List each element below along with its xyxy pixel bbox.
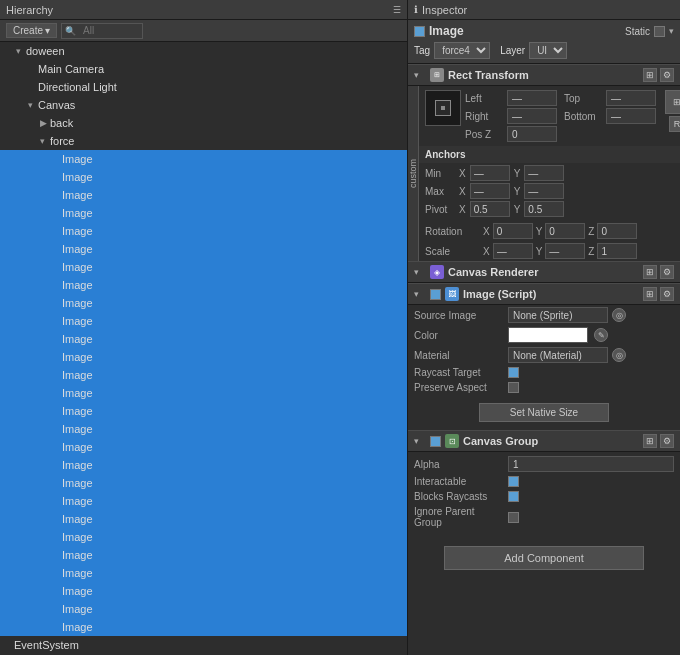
scale-row: Scale X Y Z	[419, 241, 680, 261]
list-item[interactable]: Image	[0, 582, 407, 600]
canvas-group-header[interactable]: ▾ ⊡ Canvas Group ⊞ ⚙	[408, 430, 680, 452]
preserve-aspect-checkbox[interactable]	[508, 382, 519, 393]
ignore-parent-group-row: Ignore Parent Group	[408, 504, 680, 530]
list-item[interactable]: Image	[0, 276, 407, 294]
list-item[interactable]: Image	[0, 456, 407, 474]
image-script-menu-icon[interactable]: ⊞	[643, 287, 657, 301]
expand-arrow: ▾	[28, 100, 38, 110]
min-x-input[interactable]	[470, 165, 510, 181]
list-item[interactable]: Image	[0, 258, 407, 276]
pivot-y-input[interactable]	[524, 201, 564, 217]
list-item[interactable]: Image	[0, 510, 407, 528]
component-enabled-checkbox[interactable]	[414, 26, 425, 37]
left-input[interactable]	[507, 90, 557, 106]
pivot-x-input[interactable]	[470, 201, 510, 217]
add-component-button[interactable]: Add Component	[444, 546, 644, 570]
image-script-enabled[interactable]	[430, 289, 441, 300]
scale-y-input[interactable]	[545, 243, 585, 259]
rotation-z-input[interactable]	[597, 223, 637, 239]
color-select-btn[interactable]: ✎	[594, 328, 608, 342]
right-input[interactable]	[507, 108, 557, 124]
tree-item-event-system[interactable]: EventSystem	[0, 636, 407, 654]
list-item[interactable]: Image	[0, 600, 407, 618]
pos-z-input[interactable]	[507, 126, 557, 142]
top-input[interactable]	[606, 90, 656, 106]
image-script-header[interactable]: ▾ 🖼 Image (Script) ⊞ ⚙	[408, 283, 680, 305]
image-script-gear-icon[interactable]: ⚙	[660, 287, 674, 301]
list-item[interactable]: Image	[0, 402, 407, 420]
material-select-btn[interactable]: ◎	[612, 348, 626, 362]
static-dropdown-arrow[interactable]: ▾	[669, 26, 674, 36]
list-item[interactable]: Image	[0, 294, 407, 312]
list-item[interactable]: Image	[0, 330, 407, 348]
rect-transform-menu-icon[interactable]: ⊞	[643, 68, 657, 82]
min-y-input[interactable]	[524, 165, 564, 181]
search-input[interactable]	[79, 23, 139, 39]
max-y-input[interactable]	[524, 183, 564, 199]
canvas-renderer-gear-icon[interactable]: ⚙	[660, 265, 674, 279]
blocks-raycasts-checkbox[interactable]	[508, 491, 519, 502]
tag-dropdown[interactable]: force4	[434, 42, 490, 59]
tree-item-directional-light[interactable]: Directional Light	[0, 78, 407, 96]
collapse-arrow: ▾	[414, 289, 426, 299]
list-item[interactable]: Image	[0, 204, 407, 222]
list-item[interactable]: Image	[0, 492, 407, 510]
list-item[interactable]: Image	[0, 384, 407, 402]
ignore-parent-group-label: Ignore Parent Group	[414, 506, 504, 528]
interactable-checkbox[interactable]	[508, 476, 519, 487]
rect-transform-gear-icon[interactable]: ⚙	[660, 68, 674, 82]
tree-item-label: force	[50, 135, 74, 147]
set-native-size-button[interactable]: Set Native Size	[479, 403, 609, 422]
tree-item-force[interactable]: ▾ force	[0, 132, 407, 150]
raycast-checkbox[interactable]	[508, 367, 519, 378]
tree-item-canvas[interactable]: ▾ Canvas	[0, 96, 407, 114]
tree-item-main-camera[interactable]: Main Camera	[0, 60, 407, 78]
list-item[interactable]: Image	[0, 474, 407, 492]
list-item[interactable]: Image	[0, 528, 407, 546]
rect-transform-icon: ⊞	[430, 68, 444, 82]
bottom-input[interactable]	[606, 108, 656, 124]
rotation-x-input[interactable]	[493, 223, 533, 239]
color-swatch[interactable]	[508, 327, 588, 343]
rect-anchor-btn[interactable]: ⊞	[665, 90, 680, 114]
scale-x-input[interactable]	[493, 243, 533, 259]
list-item[interactable]: Image	[0, 420, 407, 438]
list-item[interactable]: Image	[0, 312, 407, 330]
layer-dropdown[interactable]: UI	[529, 42, 567, 59]
list-item[interactable]: Image	[0, 348, 407, 366]
canvas-group-enabled[interactable]	[430, 436, 441, 447]
list-item[interactable]: Image	[0, 546, 407, 564]
reset-btn[interactable]: R	[669, 116, 680, 132]
rect-transform-body: custom Left Top Rig	[408, 86, 680, 261]
source-image-select-btn[interactable]: ◎	[612, 308, 626, 322]
canvas-group-gear-icon[interactable]: ⚙	[660, 434, 674, 448]
tree-item-back[interactable]: ▶ back	[0, 114, 407, 132]
create-button[interactable]: Create ▾	[6, 23, 57, 38]
list-item[interactable]: Image	[0, 564, 407, 582]
static-label: Static	[625, 26, 650, 37]
list-item[interactable]: Image	[0, 438, 407, 456]
list-item[interactable]: Image	[0, 618, 407, 636]
rotation-y-input[interactable]	[545, 223, 585, 239]
list-item[interactable]: Image	[0, 186, 407, 204]
anchor-diagram[interactable]	[425, 90, 461, 126]
list-item[interactable]: Image	[0, 222, 407, 240]
list-item[interactable]: Image	[0, 168, 407, 186]
canvas-renderer-header[interactable]: ▾ ◈ Canvas Renderer ⊞ ⚙	[408, 261, 680, 283]
list-item[interactable]: Image	[0, 150, 407, 168]
scale-z-input[interactable]	[597, 243, 637, 259]
list-item[interactable]: Image	[0, 366, 407, 384]
static-checkbox[interactable]	[654, 26, 665, 37]
canvas-renderer-icon: ◈	[430, 265, 444, 279]
ignore-parent-group-checkbox[interactable]	[508, 512, 519, 523]
hierarchy-menu-icon[interactable]: ☰	[393, 5, 401, 15]
list-item[interactable]: Image	[0, 240, 407, 258]
canvas-group-menu-icon[interactable]: ⊞	[643, 434, 657, 448]
rect-transform-header[interactable]: ▾ ⊞ Rect Transform ⊞ ⚙	[408, 64, 680, 86]
material-picker[interactable]: None (Material)	[508, 347, 608, 363]
tree-item-doween[interactable]: ▾ doween	[0, 42, 407, 60]
max-x-input[interactable]	[470, 183, 510, 199]
canvas-renderer-menu-icon[interactable]: ⊞	[643, 265, 657, 279]
alpha-input[interactable]	[508, 456, 674, 472]
source-image-picker[interactable]: None (Sprite)	[508, 307, 608, 323]
